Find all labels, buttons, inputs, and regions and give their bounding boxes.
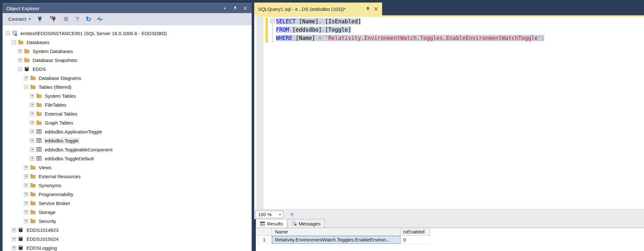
close-icon[interactable]	[243, 6, 248, 11]
change-tracking-bar	[265, 18, 268, 43]
results-pane-tab-messages[interactable]: Messages	[288, 219, 325, 228]
table-icon	[36, 147, 42, 152]
filter-icon	[75, 16, 80, 23]
zoom-level-dropdown[interactable]: 100 % ▼	[255, 211, 283, 218]
hscroll-left-arrow[interactable]	[290, 212, 293, 217]
expand-icon[interactable]: +	[24, 165, 28, 170]
tree-item[interactable]: +Synonyms	[3, 181, 252, 190]
expand-icon[interactable]: +	[24, 201, 28, 205]
tree-item[interactable]: +Database Diagrams	[3, 73, 252, 82]
expand-icon[interactable]: +	[18, 49, 22, 53]
tree-item[interactable]: +EDDSLogging	[3, 243, 252, 251]
tree-item[interactable]: +Database Snapshots	[3, 56, 252, 65]
tree-item[interactable]: +EDDS1015024	[3, 234, 252, 243]
folder-icon	[36, 111, 42, 117]
document-tab[interactable]: SQLQuery1.sql - e...DS (eddsdbo (103))*	[254, 3, 382, 15]
tree-item[interactable]: +Programmability	[3, 190, 252, 199]
results-grid-icon	[260, 222, 265, 226]
object-explorer-toolbar: Connect ▼ ↻	[3, 13, 252, 25]
tree-item[interactable]: +eddsdbo.ApplicationToggle	[3, 127, 252, 136]
tree-item[interactable]: +EDDS1014823	[3, 225, 252, 234]
expand-icon[interactable]: +	[24, 174, 28, 179]
pin-icon[interactable]	[365, 7, 370, 11]
grid-cell-isenabled[interactable]: 0	[401, 236, 430, 244]
folder-icon	[24, 57, 29, 63]
grid-cell-name[interactable]: Relativity.EnvironmentWatch.Toggles.Enab…	[272, 236, 401, 244]
database-icon	[18, 236, 23, 242]
disconnect-plug-icon[interactable]	[50, 16, 56, 23]
refresh-icon[interactable]: ↻	[86, 16, 91, 23]
tree-item-label: Database Snapshots	[31, 57, 78, 64]
tree-item[interactable]: +Graph Tables	[3, 118, 252, 127]
pin-icon[interactable]	[232, 6, 238, 11]
expand-icon[interactable]: +	[18, 58, 22, 62]
expand-icon[interactable]: +	[24, 76, 28, 80]
document-tab-title: SQLQuery1.sql - e...DS (eddsdbo (103))*	[258, 6, 362, 12]
collapse-icon[interactable]: −	[18, 67, 22, 71]
expand-icon[interactable]: +	[24, 210, 28, 214]
expand-icon[interactable]: +	[30, 103, 34, 107]
tree-item-label: Graph Tables	[43, 119, 75, 126]
collapse-icon[interactable]: −	[12, 40, 16, 44]
titlebar-icons: ▼	[222, 4, 248, 13]
tree-item[interactable]: −EDDS	[3, 65, 252, 73]
object-explorer-titlebar[interactable]: Object Explorer ▼	[3, 3, 252, 13]
close-icon[interactable]	[373, 7, 378, 11]
connect-button[interactable]: Connect ▼	[7, 15, 33, 23]
table-icon	[36, 156, 42, 161]
object-explorer-tree: −?emttest\EDDSINSTANCE001 (SQL Server 16…	[3, 25, 252, 251]
tree-item-label: emttest\EDDSINSTANCE001 (SQL Server 16.0…	[19, 30, 168, 37]
tree-item[interactable]: +eddsdbo.Toggle	[3, 136, 252, 145]
expand-icon[interactable]: +	[24, 192, 28, 196]
zoom-level-value: 100 %	[256, 212, 277, 217]
chevron-down-icon[interactable]: ▼	[222, 6, 227, 11]
expand-icon[interactable]: +	[12, 237, 16, 241]
sql-editor[interactable]: − SELECT [Name], [IsEnabled]FROM [eddsdb…	[254, 17, 644, 209]
tree-item[interactable]: +Views	[3, 163, 252, 172]
tree-item-label: EDDS1014823	[25, 227, 60, 233]
expand-icon[interactable]: +	[30, 94, 34, 98]
expand-icon[interactable]: +	[24, 183, 28, 187]
tree-item[interactable]: +Service Broker	[3, 199, 252, 208]
expand-icon[interactable]: +	[30, 139, 34, 143]
grid-corner-header[interactable]	[256, 228, 272, 236]
stop-icon	[64, 16, 68, 23]
collapse-icon[interactable]: −	[24, 85, 28, 89]
expand-icon[interactable]: +	[30, 148, 34, 152]
expand-icon[interactable]: +	[30, 121, 34, 125]
expand-icon[interactable]: +	[30, 112, 34, 116]
tree-item[interactable]: −?emttest\EDDSINSTANCE001 (SQL Server 16…	[3, 29, 252, 38]
activity-monitor-icon[interactable]	[97, 16, 103, 23]
tree-item[interactable]: −Tables (filtered)	[3, 82, 252, 91]
expand-icon[interactable]: +	[30, 130, 34, 134]
tree-item[interactable]: +External Resources	[3, 172, 252, 181]
expand-icon[interactable]: +	[24, 219, 28, 223]
tree-item[interactable]: +FileTables	[3, 100, 252, 109]
folder-icon	[30, 201, 35, 206]
grid-column-header[interactable]: Name	[272, 228, 401, 236]
grid-column-header[interactable]: IsEnabled	[401, 228, 430, 236]
tree-item[interactable]: +System Tables	[3, 91, 252, 100]
tree-item[interactable]: +eddsdbo.ToggleDefault	[3, 154, 252, 163]
table-icon	[36, 138, 42, 143]
editor-glyph-margin	[256, 17, 263, 209]
expand-icon[interactable]: +	[12, 228, 16, 232]
code-fold-collapse-icon[interactable]: −	[271, 19, 275, 23]
tree-item[interactable]: +System Databases	[3, 47, 252, 56]
tree-item[interactable]: −Databases	[3, 38, 252, 47]
folder-icon	[30, 209, 35, 215]
tree-item-label: Storage	[37, 209, 57, 216]
tree-item[interactable]: +External Tables	[3, 109, 252, 118]
results-pane-tab-results[interactable]: Results	[256, 219, 287, 228]
expand-icon[interactable]: +	[30, 156, 34, 161]
tree-item[interactable]: +eddsdbo.ToggleableComponent	[3, 145, 252, 154]
expand-icon[interactable]: +	[12, 246, 16, 250]
code-line: SELECT [Name], [IsEnabled]	[276, 17, 544, 26]
table-icon	[36, 129, 42, 134]
tree-item[interactable]: +Storage	[3, 208, 252, 217]
connect-plug-icon[interactable]	[37, 16, 43, 23]
collapse-icon[interactable]: −	[6, 31, 10, 35]
grid-row-header[interactable]: 1	[256, 236, 272, 244]
tree-item[interactable]: +Security	[3, 217, 252, 225]
folder-icon	[30, 84, 35, 90]
